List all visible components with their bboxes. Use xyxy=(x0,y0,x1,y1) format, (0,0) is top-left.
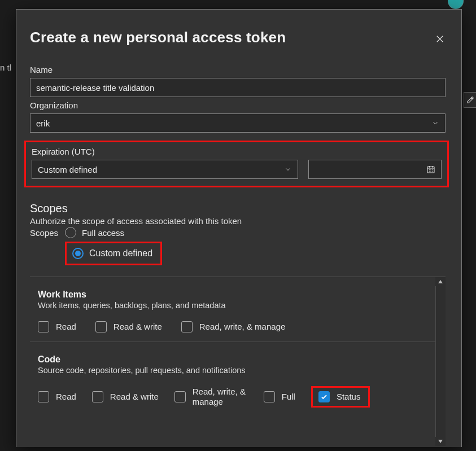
scroll-up-button[interactable] xyxy=(435,277,446,286)
code-read-write[interactable]: Read & write xyxy=(92,391,159,402)
code-read-write-manage[interactable]: Read, write, & manage xyxy=(174,387,248,407)
create-pat-dialog: Create a new personal access token Name … xyxy=(16,9,462,447)
work-items-title: Work Items xyxy=(38,290,435,300)
custom-defined-highlight: Custom defined xyxy=(65,242,162,265)
work-items-desc: Work items, queries, backlogs, plans, an… xyxy=(38,301,435,310)
code-status[interactable]: Status xyxy=(318,391,361,402)
radio-full-access[interactable] xyxy=(65,227,76,238)
code-read[interactable]: Read xyxy=(38,391,76,402)
scopes-heading: Scopes xyxy=(30,202,446,215)
scroll-down-button[interactable] xyxy=(435,437,446,446)
perm-label: Read xyxy=(56,392,76,402)
avatar[interactable] xyxy=(448,0,464,9)
checkbox[interactable] xyxy=(95,321,107,332)
code-title: Code xyxy=(38,354,435,365)
calendar-icon xyxy=(426,165,435,174)
checkbox[interactable] xyxy=(92,391,103,402)
close-icon xyxy=(435,34,445,44)
background-text: n tl xyxy=(0,62,15,73)
name-label: Name xyxy=(30,65,446,75)
custom-defined-label: Custom defined xyxy=(89,248,152,259)
perm-label: Read, write, & manage xyxy=(193,387,248,407)
name-input[interactable] xyxy=(30,78,446,97)
perm-label: Read xyxy=(56,322,76,332)
expiration-value: Custom defined xyxy=(38,165,97,174)
edit-button[interactable] xyxy=(464,92,476,108)
radio-custom-defined[interactable] xyxy=(72,248,84,259)
perm-label: Status xyxy=(337,392,361,402)
expiration-select[interactable]: Custom defined xyxy=(32,160,298,179)
work-items-read-write-manage[interactable]: Read, write, & manage xyxy=(181,321,286,332)
organization-value: erik xyxy=(36,119,50,128)
chevron-down-icon xyxy=(284,165,292,173)
organization-select[interactable]: erik xyxy=(30,113,446,133)
scope-group-code: Code Source code, repositories, pull req… xyxy=(30,342,435,417)
checkbox[interactable] xyxy=(264,391,275,402)
work-items-read-write[interactable]: Read & write xyxy=(95,321,162,332)
expiration-date-input[interactable] xyxy=(308,160,442,179)
dialog-header: Create a new personal access token xyxy=(30,29,456,49)
scopes-scroll-region: Work Items Work items, queries, backlogs… xyxy=(30,277,446,446)
scope-group-work-items: Work Items Work items, queries, backlogs… xyxy=(30,277,435,342)
scrollbar[interactable] xyxy=(435,277,446,446)
organization-label: Organization xyxy=(30,100,446,110)
checkbox[interactable] xyxy=(318,391,330,402)
code-status-highlight: Status xyxy=(311,386,370,408)
perm-label: Read & write xyxy=(113,322,162,332)
perm-label: Full xyxy=(282,392,295,402)
perm-label: Read, write, & manage xyxy=(199,322,286,332)
close-button[interactable] xyxy=(430,29,450,49)
checkbox[interactable] xyxy=(38,321,49,332)
expiration-label: Expiration (UTC) xyxy=(32,147,442,156)
checkbox[interactable] xyxy=(181,321,193,332)
scopes-radio-label: Scopes xyxy=(30,228,58,238)
work-items-read[interactable]: Read xyxy=(38,321,76,332)
perm-label: Read & write xyxy=(110,392,159,402)
code-full[interactable]: Full xyxy=(264,391,295,402)
scopes-subheading: Authorize the scope of access associated… xyxy=(30,216,446,226)
check-icon xyxy=(320,393,328,401)
checkbox[interactable] xyxy=(38,391,49,402)
dialog-title: Create a new personal access token xyxy=(30,29,286,46)
checkbox[interactable] xyxy=(174,391,186,402)
code-desc: Source code, repositories, pull requests… xyxy=(38,366,435,375)
full-access-label: Full access xyxy=(82,228,124,238)
chevron-down-icon xyxy=(431,119,439,127)
expiration-highlight: Expiration (UTC) Custom defined xyxy=(24,141,449,187)
